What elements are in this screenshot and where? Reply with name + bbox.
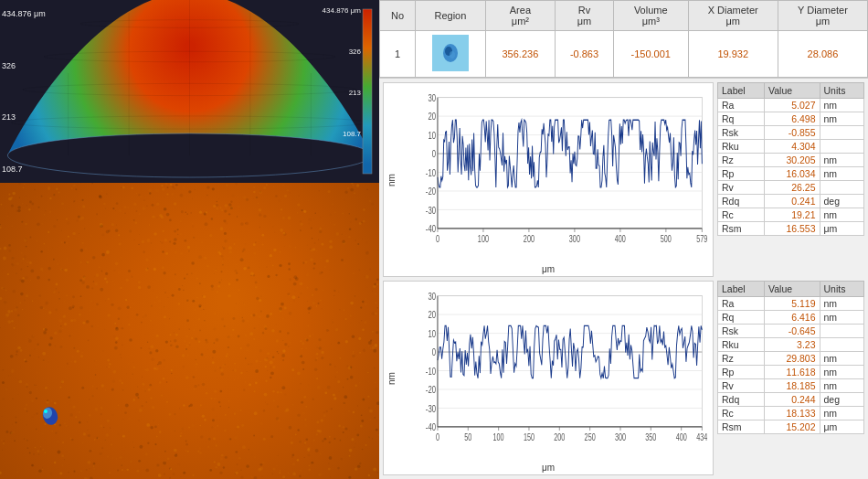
stat-value: 16.034 [765, 167, 820, 181]
svg-text:-30: -30 [426, 402, 436, 414]
svg-text:434: 434 [696, 432, 707, 443]
svg-text:0: 0 [436, 234, 439, 245]
col-rv: Rvμm [556, 1, 614, 31]
y-label-top: 434.876 μm [2, 9, 46, 18]
stats-row: Rsm 16.553 μm [718, 222, 864, 236]
svg-text:150: 150 [524, 432, 535, 443]
col-x-diam: X Diameterμm [688, 1, 778, 31]
stats-column: Label Value Units Ra 5.027 nm Rq 6.498 n… [717, 79, 868, 479]
svg-text:20: 20 [428, 111, 436, 122]
stat-units: nm [820, 154, 863, 167]
stat-value: 4.304 [765, 140, 820, 154]
stats-row: Ra 5.027 nm [718, 99, 864, 112]
stats-row: Rz 30.205 nm [718, 154, 864, 167]
stat-units: nm [820, 379, 863, 393]
svg-text:-20: -20 [426, 384, 436, 396]
svg-text:350: 350 [645, 432, 656, 443]
chart1-x-label: μm [542, 264, 555, 274]
stat-value: 5.119 [765, 297, 820, 311]
svg-text:300: 300 [615, 432, 626, 443]
data-table-section: No Region Areaμm² Rvμm Volumeμm³ X Diame… [379, 0, 868, 79]
stat-label: Rsk [718, 126, 765, 140]
results-table: No Region Areaμm² Rvμm Volumeμm³ X Diame… [379, 0, 868, 78]
chart2-x-label: μm [542, 463, 555, 473]
stat-label: Ra [718, 297, 765, 311]
stat-label: Rsm [718, 222, 765, 236]
stat-value: 18.185 [765, 379, 820, 393]
stat-units: nm [820, 297, 863, 311]
svg-text:579: 579 [696, 234, 707, 245]
stat-label: Rq [718, 311, 765, 325]
stats-table-1: Label Value Units Ra 5.027 nm Rq 6.498 n… [717, 82, 864, 236]
svg-text:50: 50 [464, 432, 471, 443]
stats-row: Rsm 15.202 μm [718, 420, 864, 434]
stat-value: 0.241 [765, 195, 820, 208]
stats1-value-header: Value [765, 83, 820, 99]
chart2-container: nm -40-30-20-100102030050100150200250300… [383, 281, 714, 475]
svg-text:0: 0 [432, 346, 436, 358]
stat-units [820, 325, 863, 338]
svg-text:-30: -30 [426, 204, 436, 216]
cell-region [416, 31, 486, 78]
stats-row: Rc 19.21 nm [718, 208, 864, 222]
stat-label: Rsm [718, 420, 765, 434]
stats1-wrapper: Label Value Units Ra 5.027 nm Rq 6.498 n… [717, 82, 864, 277]
col-volume: Volumeμm³ [613, 1, 688, 31]
stat-units [820, 338, 863, 352]
stats2-value-header: Value [765, 282, 820, 297]
col-area: Areaμm² [485, 1, 555, 31]
svg-text:400: 400 [615, 234, 626, 245]
stats-row: Rp 16.034 nm [718, 167, 864, 181]
stats-row: Rv 26.25 [718, 181, 864, 195]
stat-value: -0.645 [765, 325, 820, 338]
stats-row: Rz 29.803 nm [718, 352, 864, 366]
stat-units: nm [820, 366, 863, 379]
svg-text:30: 30 [428, 91, 436, 103]
charts-section: nm -40-30-20-100102030010020030040050057… [379, 79, 868, 479]
stat-value: 16.553 [765, 222, 820, 236]
stat-value: 6.498 [765, 112, 820, 126]
svg-text:250: 250 [585, 432, 596, 443]
stat-units: nm [820, 112, 863, 126]
stats2-units-header: Units [820, 282, 863, 297]
stat-value: 26.25 [765, 181, 820, 195]
stat-label: Rdq [718, 393, 765, 407]
stat-label: Rp [718, 366, 765, 379]
stats-row: Rku 4.304 [718, 140, 864, 154]
stats2-label-header: Label [718, 282, 765, 297]
stats1-units-header: Units [820, 83, 863, 99]
cell-volume: -150.001 [613, 31, 688, 78]
stats-row: Rc 18.133 nm [718, 407, 864, 420]
cell-no: 1 [380, 31, 416, 78]
stat-label: Rku [718, 338, 765, 352]
stat-units: nm [820, 311, 863, 325]
stat-value: 15.202 [765, 420, 820, 434]
stat-value: 3.23 [765, 338, 820, 352]
y-label-3: 213 [2, 112, 46, 122]
col-y-diam: Y Diameterμm [778, 1, 867, 31]
stat-units: μm [820, 222, 863, 236]
stat-value: 11.618 [765, 366, 820, 379]
stat-label: Rku [718, 140, 765, 154]
stat-label: Rp [718, 167, 765, 181]
stat-label: Rz [718, 154, 765, 167]
stats-row: Rq 6.416 nm [718, 311, 864, 325]
stat-units: μm [820, 420, 863, 434]
chart2-y-label: nm [386, 372, 397, 385]
stat-units [820, 126, 863, 140]
svg-text:500: 500 [661, 234, 672, 245]
stat-label: Rc [718, 208, 765, 222]
svg-text:200: 200 [554, 432, 565, 443]
stat-units: nm [820, 352, 863, 366]
chart2-svg: -40-30-20-100102030050100150200250300350… [411, 283, 711, 458]
right-panel: No Region Areaμm² Rvμm Volumeμm³ X Diame… [379, 0, 868, 479]
surface-2d [0, 183, 379, 479]
table-row: 1 356.236 -0.863 -150.001 19.932 28.086 [380, 31, 868, 78]
stats-row: Rsk -0.645 [718, 325, 864, 338]
cell-area: 356.236 [485, 31, 555, 78]
svg-text:-10: -10 [426, 166, 436, 178]
y-axis-labels-3d: 434.876 μm 326 213 108.7 [2, 9, 46, 174]
charts-column: nm -40-30-20-100102030010020030040050057… [379, 79, 717, 479]
svg-text:200: 200 [524, 234, 535, 245]
stats-row: Rp 11.618 nm [718, 366, 864, 379]
